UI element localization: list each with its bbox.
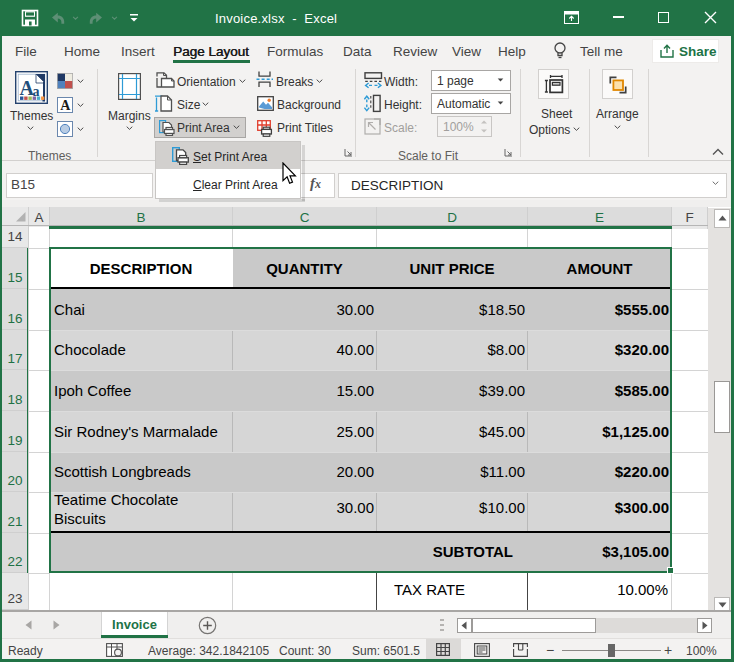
svg-text:A: A bbox=[60, 98, 71, 113]
